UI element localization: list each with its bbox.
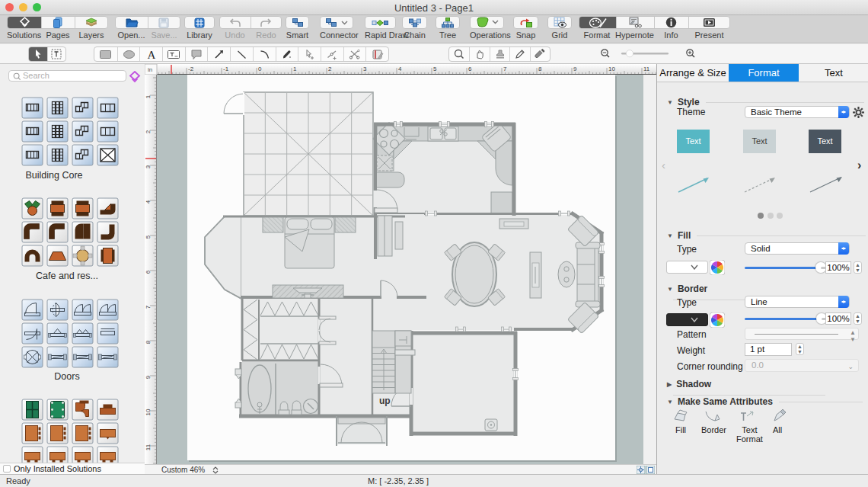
svg-text:A: A xyxy=(147,49,155,60)
svg-text:9: 9 xyxy=(145,375,152,379)
svg-text:4: 4 xyxy=(398,66,402,72)
svg-text:5: 5 xyxy=(145,235,152,239)
svg-text:3: 3 xyxy=(363,66,367,72)
svg-text:3: 3 xyxy=(145,165,152,168)
svg-text:10: 10 xyxy=(608,66,615,72)
svg-text:0: 0 xyxy=(258,66,262,72)
svg-text:7: 7 xyxy=(503,66,507,72)
svg-text:in: in xyxy=(148,66,152,73)
svg-text:6: 6 xyxy=(145,270,152,274)
svg-text:11: 11 xyxy=(145,444,152,450)
svg-text:-2: -2 xyxy=(188,66,194,72)
svg-text:Cafe and res...: Cafe and res... xyxy=(36,271,98,281)
svg-text:2: 2 xyxy=(145,130,152,133)
svg-text:up: up xyxy=(379,396,391,406)
svg-text:4: 4 xyxy=(145,200,152,203)
svg-text:9: 9 xyxy=(573,66,577,72)
svg-text:-1: -1 xyxy=(223,66,229,72)
svg-text:5: 5 xyxy=(433,66,437,72)
svg-text:2: 2 xyxy=(328,66,332,72)
svg-text:6: 6 xyxy=(468,66,472,72)
svg-text:8: 8 xyxy=(145,340,152,344)
svg-text:1: 1 xyxy=(293,66,297,72)
svg-text:11: 11 xyxy=(643,66,650,72)
svg-text:8: 8 xyxy=(538,66,542,72)
svg-text:Doors: Doors xyxy=(54,371,79,382)
svg-text:1: 1 xyxy=(145,95,152,98)
svg-text:Building Core: Building Core xyxy=(25,170,82,181)
svg-text:10: 10 xyxy=(145,409,152,415)
svg-text:7: 7 xyxy=(145,305,152,309)
